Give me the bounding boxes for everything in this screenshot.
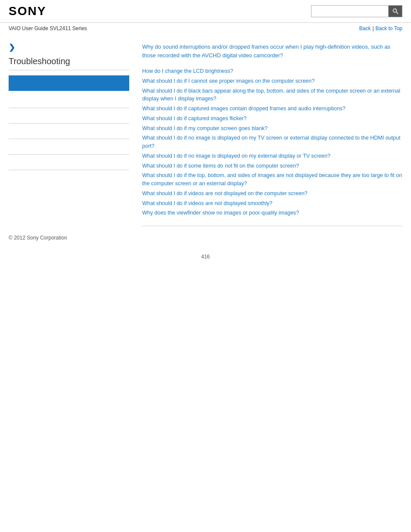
list-item: What should I do if captured images cont…: [142, 105, 402, 113]
list-item: What should I do if videos are not displ…: [142, 190, 402, 198]
list-item: What should I do if the top, bottom, and…: [142, 171, 402, 188]
list-item: What should I do if no image is displaye…: [142, 134, 402, 150]
content-link-0[interactable]: How do I change the LCD brightness?: [142, 68, 233, 74]
list-item: What should I do if black bars appear al…: [142, 87, 402, 103]
search-icon: [392, 8, 399, 14]
back-link[interactable]: Back: [359, 25, 371, 31]
content-link-1[interactable]: What should I do if I cannot see proper …: [142, 78, 314, 84]
link-list: How do I change the LCD brightness?What …: [142, 67, 402, 217]
sony-logo: SONY: [9, 4, 46, 18]
sidebar-item-2[interactable]: [9, 108, 129, 124]
sidebar-item-4[interactable]: [9, 139, 129, 155]
list-item: What should I do if captured images flic…: [142, 115, 402, 123]
search-button[interactable]: [389, 5, 402, 17]
sidebar-item-5[interactable]: [9, 155, 129, 170]
content-link-7[interactable]: What should I do if no image is displaye…: [142, 153, 330, 159]
main-topic-link[interactable]: Why do sound interruptions and/or droppe…: [142, 43, 402, 59]
copyright: © 2012 Sony Corporation: [9, 235, 67, 241]
back-to-top-link[interactable]: Back to Top: [376, 25, 402, 31]
content-link-6[interactable]: What should I do if no image is displaye…: [142, 135, 400, 149]
list-item: Why does the viewfinder show no images o…: [142, 209, 402, 217]
list-item: What should I do if videos are not displ…: [142, 199, 402, 208]
footer: © 2012 Sony Corporation: [0, 226, 411, 249]
nav-links: Back | Back to Top: [359, 25, 402, 31]
sidebar: ❯ Troubleshooting: [9, 43, 138, 226]
nav-separator: |: [372, 25, 374, 31]
sidebar-title: Troubleshooting: [9, 56, 129, 70]
main-content: ❯ Troubleshooting Why do sound interrupt…: [0, 34, 411, 226]
search-area: [311, 5, 402, 17]
search-input[interactable]: [311, 5, 389, 17]
content-link-3[interactable]: What should I do if captured images cont…: [142, 106, 346, 112]
sidebar-chevron[interactable]: ❯: [9, 43, 129, 52]
list-item: What should I do if no image is displaye…: [142, 152, 402, 160]
guide-title: VAIO User Guide SVL2411 Series: [9, 25, 87, 31]
content-link-8[interactable]: What should I do if some items do not fi…: [142, 163, 299, 169]
content-link-2[interactable]: What should I do if black bars appear al…: [142, 88, 400, 102]
nav-bar: VAIO User Guide SVL2411 Series Back | Ba…: [0, 23, 411, 34]
content-link-10[interactable]: What should I do if videos are not displ…: [142, 190, 308, 196]
svg-line-1: [396, 12, 398, 14]
sidebar-item-3[interactable]: [9, 124, 129, 139]
list-item: What should I do if some items do not fi…: [142, 162, 402, 170]
list-item: What should I do if my computer screen g…: [142, 124, 402, 133]
content-link-4[interactable]: What should I do if captured images flic…: [142, 115, 246, 121]
content-divider: [142, 226, 402, 226]
svg-point-0: [393, 9, 396, 12]
content-area: Why do sound interruptions and/or droppe…: [138, 43, 402, 226]
content-link-5[interactable]: What should I do if my computer screen g…: [142, 125, 268, 131]
list-item: How do I change the LCD brightness?: [142, 67, 402, 75]
sidebar-item-1[interactable]: [9, 93, 129, 108]
sidebar-active-item[interactable]: [9, 75, 129, 91]
content-link-12[interactable]: Why does the viewfinder show no images o…: [142, 210, 299, 216]
content-link-9[interactable]: What should I do if the top, bottom, and…: [142, 172, 402, 187]
page-number: 416: [0, 249, 411, 264]
header: SONY: [0, 0, 411, 23]
list-item: What should I do if I cannot see proper …: [142, 77, 402, 85]
content-link-11[interactable]: What should I do if videos are not displ…: [142, 200, 272, 206]
